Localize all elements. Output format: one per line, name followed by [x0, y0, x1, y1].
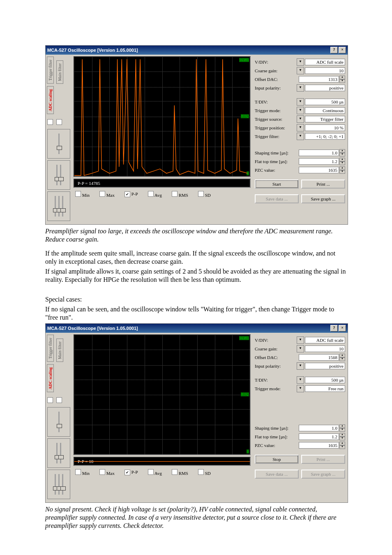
slider-group-2 — [47, 438, 70, 468]
param-coarse-gain: Coarse gain:▼10 — [255, 67, 345, 74]
vertical-slider[interactable] — [58, 196, 60, 216]
check-pp[interactable]: ✔ P-P — [125, 470, 138, 475]
window-title: MCA-527 Oscilloscope [Version 1.05.0001] — [47, 326, 138, 331]
paragraph-3: Special cases: — [45, 295, 347, 304]
check-min[interactable]: Min — [75, 191, 90, 198]
tab-main-filter[interactable]: Main filter — [56, 339, 63, 362]
tab-adc-scaling[interactable]: ADC scaling — [47, 86, 54, 114]
check-avg[interactable]: Avg — [148, 469, 162, 476]
print-button[interactable]: Print ... — [301, 455, 345, 464]
spinner[interactable]: ▲▼ — [339, 433, 345, 440]
param-pzc: PZC value:1635▲▼ — [255, 442, 345, 449]
stat-checks: Min Max ✔ P-P Avg RMS SD — [72, 189, 252, 199]
spinner[interactable]: ▲▼ — [339, 442, 345, 449]
oscilloscope-window-2: MCA-527 Oscilloscope [Version 1.05.0001]… — [45, 323, 348, 503]
slider-group-1 — [47, 129, 70, 159]
stop-button[interactable]: Stop — [255, 455, 299, 464]
spinner[interactable]: ▲▼ — [339, 158, 345, 165]
chevron-down-icon[interactable]: ▼ — [297, 124, 304, 131]
spinner[interactable]: ▲▼ — [339, 354, 345, 361]
param-tdiv: T/DIV:▼500 µs — [255, 376, 345, 384]
sidebar-check-2[interactable] — [56, 119, 62, 125]
tab-trigger-filter[interactable]: Trigger filter — [47, 335, 54, 362]
vertical-slider[interactable] — [62, 474, 63, 495]
save-graph-button[interactable]: Save graph ... — [301, 194, 345, 203]
save-data-button[interactable]: Save data ... — [255, 470, 299, 479]
chevron-down-icon[interactable]: ▼ — [297, 376, 304, 384]
param-trigger-mode: Trigger mode:▼Free run — [255, 385, 345, 392]
params-panel: V/DIV:▼ADC full scale Coarse gain:▼10 Of… — [252, 333, 348, 502]
vertical-slider[interactable] — [56, 165, 58, 185]
vertical-slider[interactable] — [56, 443, 58, 463]
save-data-button[interactable]: Save data ... — [255, 194, 299, 203]
help-button[interactable]: ? — [330, 325, 338, 332]
vertical-slider[interactable] — [62, 196, 63, 216]
param-shaping-time: Shaping time [µs]:1.0▲▼ — [255, 424, 345, 432]
sidebar-check-2[interactable] — [56, 397, 62, 403]
spinner[interactable]: ▲▼ — [339, 76, 345, 83]
check-rms[interactable]: RMS — [172, 469, 188, 476]
caption-1: Preamplifier signal too large, it exceed… — [45, 227, 347, 244]
param-shaping-time: Shaping time [µs]:1.0▲▼ — [255, 149, 345, 157]
chevron-down-icon[interactable]: ▼ — [297, 58, 304, 66]
titlebar: MCA-527 Oscilloscope [Version 1.05.0001]… — [46, 46, 348, 55]
save-graph-button[interactable]: Save graph ... — [301, 470, 345, 479]
start-button[interactable]: Start — [255, 180, 299, 189]
vertical-slider[interactable] — [58, 412, 60, 432]
check-min[interactable]: Min — [75, 469, 90, 476]
chevron-down-icon[interactable]: ▼ — [297, 67, 304, 74]
spinner[interactable]: ▲▼ — [339, 166, 345, 174]
sidebar-check-1[interactable] — [47, 119, 53, 125]
chevron-down-icon[interactable]: ▼ — [297, 98, 304, 106]
chevron-down-icon[interactable]: ▼ — [297, 385, 304, 392]
check-avg[interactable]: Avg — [148, 191, 162, 198]
paragraph-1: If the amplitude seem quite small, incre… — [45, 249, 347, 266]
sidebar: Trigger filter Main filter ADC scaling — [46, 55, 72, 224]
param-trigger-filter: Trigger filter:▼+1; 0; -2; 0; +1 — [255, 133, 345, 140]
chevron-down-icon[interactable]: ▼ — [297, 115, 304, 123]
chevron-down-icon[interactable]: ▼ — [297, 107, 304, 114]
window-title: MCA-527 Oscilloscope [Version 1.05.0001] — [47, 48, 138, 53]
tab-main-filter[interactable]: Main filter — [56, 60, 63, 84]
chevron-down-icon[interactable]: ▼ — [297, 345, 304, 352]
oscilloscope-window-1: MCA-527 Oscilloscope [Version 1.05.0001]… — [45, 45, 348, 225]
close-button[interactable]: × — [339, 47, 346, 53]
param-coarse-gain: Coarse gain:▼10 — [255, 345, 345, 352]
close-button[interactable]: × — [339, 325, 346, 332]
tab-trigger-filter[interactable]: Trigger filter — [47, 57, 54, 84]
param-trigger-source: Trigger source:▼Trigger filter — [255, 115, 345, 123]
chevron-down-icon[interactable]: ▼ — [297, 84, 304, 92]
param-flattop-time: Flat top time [µs]:1.2▲▼ — [255, 158, 345, 165]
print-button[interactable]: Print ... — [301, 180, 345, 189]
param-tdiv: T/DIV:▼500 µs — [255, 98, 345, 106]
vertical-slider[interactable] — [60, 165, 61, 185]
check-max[interactable]: Max — [99, 191, 115, 198]
sidebar-check-1[interactable] — [47, 397, 53, 403]
spinner[interactable]: ▲▼ — [339, 424, 345, 432]
slider-group-3 — [47, 470, 70, 499]
chevron-down-icon[interactable]: ▼ — [297, 362, 304, 370]
chevron-down-icon[interactable]: ▼ — [297, 336, 304, 344]
tab-adc-scaling[interactable]: ADC scaling — [47, 364, 54, 392]
vertical-slider[interactable] — [58, 134, 60, 154]
check-max[interactable]: Max — [99, 469, 115, 476]
vertical-slider[interactable] — [55, 196, 56, 216]
chevron-down-icon[interactable]: ▼ — [297, 133, 304, 140]
vertical-slider[interactable] — [60, 443, 61, 463]
check-rms[interactable]: RMS — [172, 191, 188, 198]
vertical-slider[interactable] — [58, 474, 60, 495]
check-sd[interactable]: SD — [198, 191, 211, 198]
caption-2: No signal present. Check if high voltage… — [45, 505, 347, 530]
param-trigger-position: Trigger position:▼10 % — [255, 124, 345, 131]
vertical-slider[interactable] — [55, 474, 56, 495]
param-vdiv: V/DIV:▼ADC full scale — [255, 58, 345, 66]
check-pp[interactable]: ✔ P-P — [125, 191, 138, 197]
waveform-icon — [74, 335, 250, 463]
stat-checks: Min Max ✔ P-P Avg RMS SD — [72, 467, 252, 477]
param-vdiv: V/DIV:▼ADC full scale — [255, 336, 345, 344]
paragraph-4: If no signal can be seen, and the oscill… — [45, 305, 347, 322]
slider-group-1 — [47, 407, 70, 437]
check-sd[interactable]: SD — [198, 469, 211, 476]
help-button[interactable]: ? — [330, 47, 338, 53]
spinner[interactable]: ▲▼ — [339, 149, 345, 157]
